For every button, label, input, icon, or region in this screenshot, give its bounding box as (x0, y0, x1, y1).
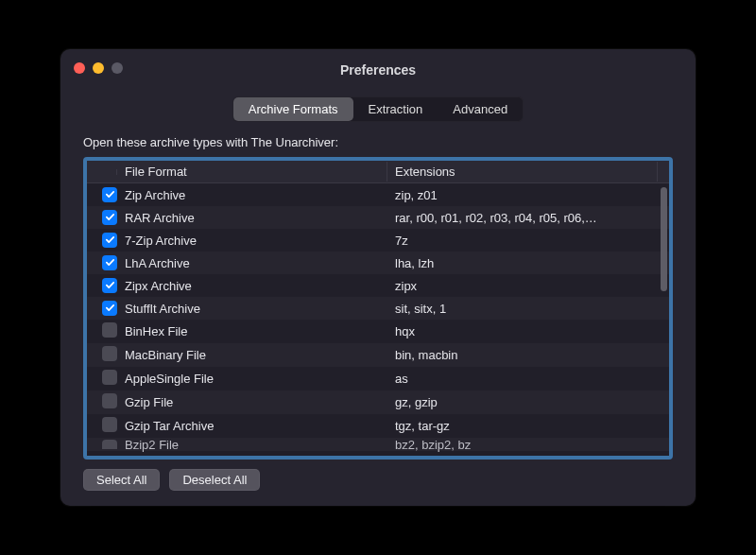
row-checkbox[interactable] (87, 184, 117, 206)
row-extensions: 7z (387, 231, 658, 251)
row-extensions: gz, gzip (387, 392, 658, 412)
row-checkbox[interactable] (87, 435, 117, 455)
tab-segment: Archive FormatsExtractionAdvanced (232, 96, 524, 122)
table-row[interactable]: 7-Zip Archive7z (87, 229, 669, 251)
row-format: Bzip2 File (117, 435, 387, 455)
checkbox-icon[interactable] (102, 346, 117, 361)
table-row[interactable]: Zipx Archivezipx (87, 274, 669, 297)
row-format: MacBinary File (117, 345, 387, 365)
formats-table: File Format Extensions Zip Archivezip, z… (83, 157, 673, 460)
tab-extraction[interactable]: Extraction (353, 97, 438, 121)
checkbox-icon[interactable] (102, 233, 117, 248)
header-checkbox-col (87, 169, 117, 175)
table-row[interactable]: Zip Archivezip, z01 (87, 183, 669, 206)
row-checkbox[interactable] (87, 390, 117, 414)
checkbox-icon[interactable] (102, 278, 117, 293)
row-checkbox[interactable] (87, 343, 117, 367)
maximize-icon (112, 62, 123, 74)
row-extensions: lha, lzh (387, 253, 658, 273)
row-extensions: zip, z01 (387, 185, 658, 205)
row-extensions: rar, r00, r01, r02, r03, r04, r05, r06,… (387, 208, 658, 228)
row-checkbox[interactable] (87, 207, 117, 229)
row-checkbox[interactable] (87, 275, 117, 297)
close-icon[interactable] (74, 62, 85, 74)
checkbox-icon[interactable] (102, 370, 117, 385)
row-checkbox[interactable] (87, 320, 117, 343)
table-row[interactable]: StuffIt Archivesit, sitx, 1 (87, 297, 669, 320)
row-format: StuffIt Archive (117, 299, 387, 319)
row-format: Zipx Archive (117, 276, 387, 296)
row-checkbox[interactable] (87, 367, 117, 390)
row-extensions: bin, macbin (387, 345, 658, 365)
table-row[interactable]: RAR Archiverar, r00, r01, r02, r03, r04,… (87, 206, 669, 229)
table-body[interactable]: Zip Archivezip, z01RAR Archiverar, r00, … (87, 183, 669, 456)
checkbox-icon[interactable] (102, 255, 117, 270)
row-extensions: hqx (387, 321, 658, 341)
table-header: File Format Extensions (87, 161, 669, 183)
row-extensions: tgz, tar-gz (387, 416, 658, 436)
row-format: Gzip File (117, 392, 387, 412)
titlebar: Preferences (60, 49, 696, 91)
row-checkbox[interactable] (87, 298, 117, 320)
table-row[interactable]: Bzip2 Filebz2, bzip2, bz (87, 438, 669, 451)
row-format: Gzip Tar Archive (117, 416, 387, 436)
row-format: AppleSingle File (117, 369, 387, 389)
checkbox-icon[interactable] (102, 187, 117, 202)
table-row[interactable]: MacBinary Filebin, macbin (87, 343, 669, 367)
checkbox-icon[interactable] (102, 210, 117, 225)
row-extensions: bz2, bzip2, bz (387, 435, 658, 455)
checkbox-icon[interactable] (102, 417, 117, 432)
button-row: Select All Deselect All (83, 460, 673, 491)
minimize-icon[interactable] (93, 62, 104, 74)
row-format: BinHex File (117, 321, 387, 341)
instruction-label: Open these archive types with The Unarch… (83, 131, 673, 157)
row-extensions: zipx (387, 276, 658, 296)
row-checkbox[interactable] (87, 252, 117, 274)
row-format: LhA Archive (117, 253, 387, 273)
tab-advanced[interactable]: Advanced (438, 97, 523, 121)
select-all-button[interactable]: Select All (83, 469, 160, 491)
checkbox-icon[interactable] (102, 322, 117, 338)
tab-archive-formats[interactable]: Archive Formats (233, 97, 353, 121)
header-spacer (658, 169, 673, 175)
row-extensions: as (387, 369, 658, 389)
checkbox-icon[interactable] (102, 393, 117, 408)
tab-bar: Archive FormatsExtractionAdvanced (60, 91, 696, 131)
row-checkbox[interactable] (87, 230, 117, 251)
window-title: Preferences (76, 62, 680, 78)
table-row[interactable]: AppleSingle Fileas (87, 367, 669, 390)
window-controls (74, 62, 123, 74)
checkbox-icon[interactable] (102, 301, 117, 316)
scrollbar-thumb[interactable] (661, 187, 667, 291)
deselect-all-button[interactable]: Deselect All (169, 469, 260, 491)
header-extensions[interactable]: Extensions (387, 162, 658, 182)
table-row[interactable]: Gzip Filegz, gzip (87, 390, 669, 414)
table-row[interactable]: BinHex Filehqx (87, 320, 669, 343)
content: Open these archive types with The Unarch… (60, 131, 696, 506)
checkbox-icon[interactable] (102, 440, 117, 449)
preferences-window: Preferences Archive FormatsExtractionAdv… (60, 49, 696, 506)
row-format: Zip Archive (117, 185, 387, 205)
row-format: RAR Archive (117, 208, 387, 228)
row-extensions: sit, sitx, 1 (387, 299, 658, 319)
header-format[interactable]: File Format (117, 162, 387, 182)
row-format: 7-Zip Archive (117, 231, 387, 251)
table-row[interactable]: LhA Archivelha, lzh (87, 251, 669, 274)
